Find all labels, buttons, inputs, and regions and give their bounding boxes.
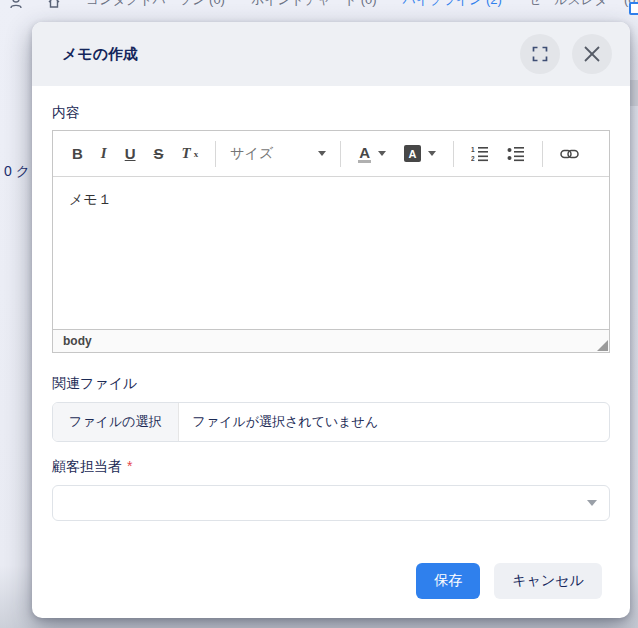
text-color-button[interactable]: A xyxy=(351,141,393,167)
text-color-icon: A xyxy=(358,145,371,163)
chevron-down-icon xyxy=(318,151,326,156)
font-size-dropdown[interactable]: サイズ xyxy=(226,141,330,167)
remove-format-x: x xyxy=(194,149,199,159)
file-status-text: ファイルが選択されていません xyxy=(179,413,379,431)
remove-format-button[interactable]: Tx xyxy=(175,141,206,166)
dialog-header: メモの作成 xyxy=(32,22,630,86)
chevron-down-icon xyxy=(378,151,386,156)
customer-contact-label: 顧客担当者 xyxy=(52,458,122,474)
person-icon xyxy=(10,0,22,9)
choose-file-button[interactable]: ファイルの選択 xyxy=(53,403,179,441)
content-label: 内容 xyxy=(52,104,610,122)
file-input[interactable]: ファイルの選択 ファイルが選択されていません xyxy=(52,402,610,442)
save-button[interactable]: 保存 xyxy=(416,563,480,599)
underline-button[interactable]: U xyxy=(118,141,143,166)
editor-toolbar: B I U S Tx サイズ A A xyxy=(53,131,609,177)
dialog-actions: 保存 キャンセル xyxy=(52,563,610,599)
background-tab: コンタクトパーソン (0) xyxy=(86,0,225,9)
dialog-title: メモの作成 xyxy=(62,45,508,64)
remove-format-t: T xyxy=(182,145,191,162)
element-path-label[interactable]: body xyxy=(63,334,92,348)
background-tab: セールスレター (0) xyxy=(528,0,638,9)
home-icon xyxy=(48,0,60,9)
resize-handle-icon[interactable] xyxy=(597,340,608,351)
fullscreen-icon xyxy=(532,46,548,62)
chevron-down-icon xyxy=(428,151,436,156)
related-files-label: 関連ファイル xyxy=(52,375,610,393)
insert-link-button[interactable] xyxy=(553,144,586,164)
close-button[interactable] xyxy=(572,34,612,74)
close-icon xyxy=(583,45,601,63)
bullet-list-icon xyxy=(507,146,525,162)
numbered-list-icon: 1 2 xyxy=(471,146,489,162)
required-asterisk: * xyxy=(127,458,132,474)
dialog-body: 内容 B I U S Tx サイズ A A xyxy=(32,104,630,599)
chevron-down-icon xyxy=(587,500,597,506)
font-size-label: サイズ xyxy=(230,145,314,163)
background-color-button[interactable]: A xyxy=(397,141,443,166)
cancel-button[interactable]: キャンセル xyxy=(494,563,602,599)
rich-text-editor: B I U S Tx サイズ A A xyxy=(52,130,610,353)
background-tab-strip: コンタクトパーソン (0) ポイントチャート (0) パイプライン (2) セー… xyxy=(10,0,638,9)
background-clipped-text: 0 ク xyxy=(4,163,30,181)
toolbar-divider xyxy=(542,141,543,167)
editor-text-area[interactable]: メモ１ xyxy=(53,177,609,329)
bold-button[interactable]: B xyxy=(65,141,90,166)
link-icon xyxy=(560,148,579,160)
svg-text:2: 2 xyxy=(471,155,475,162)
toolbar-divider xyxy=(453,141,454,167)
background-panel-edge xyxy=(630,80,638,106)
background-color-icon: A xyxy=(404,145,421,162)
numbered-list-button[interactable]: 1 2 xyxy=(464,142,496,166)
strikethrough-button[interactable]: S xyxy=(147,141,171,166)
editor-element-path-bar: body xyxy=(53,329,609,352)
create-memo-dialog: メモの作成 内容 B I U S T xyxy=(32,22,630,618)
bullet-list-button[interactable] xyxy=(500,142,532,166)
customer-contact-label-row: 顧客担当者* xyxy=(52,458,610,476)
customer-contact-select[interactable] xyxy=(52,485,610,521)
background-tab-active: パイプライン (2) xyxy=(403,0,502,9)
italic-button[interactable]: I xyxy=(94,141,114,166)
svg-text:1: 1 xyxy=(471,146,475,153)
background-tab: ポイントチャート (0) xyxy=(251,0,377,9)
toolbar-divider xyxy=(340,141,341,167)
editor-text: メモ１ xyxy=(69,191,112,207)
background-checkbox-fragment xyxy=(629,2,638,15)
expand-button[interactable] xyxy=(520,34,560,74)
toolbar-divider xyxy=(215,141,216,167)
